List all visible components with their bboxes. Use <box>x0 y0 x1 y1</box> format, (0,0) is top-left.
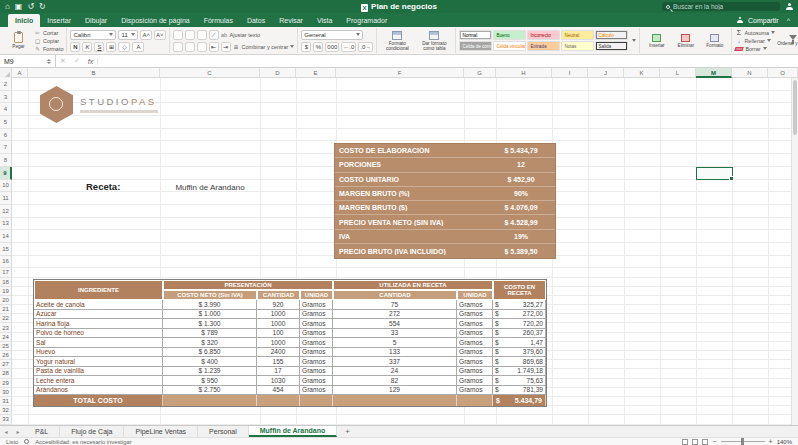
font-color-button[interactable]: A <box>132 42 144 52</box>
ingredient-name-cell[interactable]: Sal <box>34 338 163 348</box>
indent-decrease-button[interactable]: ⇤ <box>209 42 219 52</box>
sheet-nav-right-icon[interactable]: ▸ <box>12 426 24 437</box>
insert-function-icon[interactable]: fx <box>84 58 98 65</box>
wrap-text-button[interactable]: abAjustar texto <box>221 31 261 38</box>
column-header-B[interactable]: B <box>28 68 160 78</box>
unidad-cell[interactable]: Gramos <box>300 357 333 367</box>
decrease-font-button[interactable]: A˅ <box>154 30 166 40</box>
orientation-button[interactable]: ⟋ <box>209 30 219 40</box>
costo-neto-cell[interactable]: $ 6.850 <box>163 348 257 358</box>
column-header-F[interactable]: F <box>336 68 464 78</box>
costo-neto-cell[interactable]: $ 320 <box>163 338 257 348</box>
ingredient-name-cell[interactable]: Leche entera <box>34 376 163 386</box>
align-bottom-button[interactable] <box>197 30 207 40</box>
ribbon-tab-datos[interactable]: Datos <box>240 14 272 27</box>
costo-neto-cell[interactable]: $ 789 <box>163 329 257 339</box>
row-header-16[interactable]: 16 <box>0 256 12 269</box>
cantidad-cell[interactable]: 17 <box>257 367 300 377</box>
cell-style-bueno[interactable]: Bueno <box>493 30 526 40</box>
row-header-3[interactable]: 3 <box>0 91 12 104</box>
row-header-2[interactable]: 2 <box>0 78 12 91</box>
row-header-28[interactable]: 28 <box>0 369 12 378</box>
cell-style-incorrecto[interactable]: Incorrecto <box>527 30 560 40</box>
row-header-23[interactable]: 23 <box>0 323 12 332</box>
row-header-17[interactable]: 17 <box>0 268 12 277</box>
row-header-5[interactable]: 5 <box>0 116 12 129</box>
summary-row-costo-unitario[interactable]: COSTO UNITARIO$ 452,90 <box>335 173 555 187</box>
row-header-11[interactable]: 11 <box>0 192 12 205</box>
unidad-receta-cell[interactable]: Gramos <box>457 310 493 320</box>
share-button[interactable]: Compartir <box>748 17 779 24</box>
sheet-tab-personal[interactable]: Personal <box>198 426 249 437</box>
recipe-name-cell[interactable]: Muffin de Arandano <box>160 183 260 192</box>
ingredient-name-cell[interactable]: Huevo <box>34 348 163 358</box>
costo-receta-cell[interactable]: $325,27 <box>493 300 546 310</box>
summary-row-porciones[interactable]: PORCIONES12 <box>335 158 555 172</box>
indent-increase-button[interactable]: ⇥ <box>221 42 231 52</box>
redo-icon[interactable]: ↻ <box>39 0 46 13</box>
accessibility-status[interactable]: Accesibilidad: es necesario investigar <box>35 439 131 445</box>
unidad-cell[interactable]: Gramos <box>300 300 333 310</box>
page-layout-view-icon[interactable] <box>692 439 698 445</box>
align-center-button[interactable] <box>185 42 195 52</box>
zoom-slider[interactable] <box>721 441 765 442</box>
align-right-button[interactable] <box>197 42 207 52</box>
search-input[interactable] <box>673 3 776 10</box>
thousands-format-button[interactable]: 000 <box>325 42 339 52</box>
summary-row-costo-de-elaboraci-n[interactable]: COSTO DE ELABORACIÓN$ 5.434,79 <box>335 144 555 158</box>
cantidad-cell[interactable]: 920 <box>257 300 300 310</box>
unidad-receta-cell[interactable]: Gramos <box>457 319 493 329</box>
summary-row-iva[interactable]: IVA19% <box>335 230 555 244</box>
clear-button[interactable]: Borrar <box>735 45 775 52</box>
row-header-9[interactable]: 9 <box>0 167 12 180</box>
unidad-receta-cell[interactable]: Gramos <box>457 386 493 396</box>
font-name-select[interactable]: Calibri <box>70 30 116 40</box>
format-cells-button[interactable]: Formato <box>701 28 728 53</box>
costo-receta-cell[interactable]: $781,39 <box>493 386 546 396</box>
unidad-cell[interactable]: Gramos <box>300 319 333 329</box>
column-header-N[interactable]: N <box>732 68 768 78</box>
delete-cells-button[interactable]: Eliminar <box>672 28 699 53</box>
unidad-cell[interactable]: Gramos <box>300 310 333 320</box>
confirm-entry-icon[interactable]: ✓ <box>70 57 84 65</box>
column-header-C[interactable]: C <box>160 68 260 78</box>
zoom-level[interactable]: 140% <box>777 439 792 445</box>
ingredient-name-cell[interactable]: Yogur natural <box>34 357 163 367</box>
cell-style-celda-vinculada[interactable]: Celda vinculada <box>493 41 526 51</box>
ribbon-tab-disposici-n-de-p-gina[interactable]: Disposición de página <box>114 14 197 27</box>
borders-button[interactable]: ⊞ <box>106 42 116 52</box>
bold-button[interactable]: N <box>70 42 80 52</box>
row-header-15[interactable]: 15 <box>0 243 12 256</box>
sheet-grid[interactable]: 2345678910111213141516171819202122232425… <box>0 78 798 425</box>
cantidad-receta-cell[interactable]: 5 <box>333 338 457 348</box>
font-size-select[interactable]: 11 <box>118 30 138 40</box>
recipe-label-cell[interactable]: Receta: <box>86 181 120 192</box>
cut-button[interactable]: ✂Cortar <box>34 29 63 36</box>
cantidad-receta-cell[interactable]: 75 <box>333 300 457 310</box>
column-header-I[interactable]: I <box>552 68 588 78</box>
header-unidad-receta[interactable]: UNIDAD <box>457 290 493 300</box>
increase-font-button[interactable]: A˄ <box>140 30 152 40</box>
page-break-view-icon[interactable] <box>702 439 708 445</box>
search-box[interactable] <box>662 2 780 11</box>
row-header-21[interactable]: 21 <box>0 305 12 314</box>
column-header-K[interactable]: K <box>624 68 660 78</box>
sort-filter-button[interactable]: Ordenar y filtrar <box>777 28 798 53</box>
unidad-cell[interactable]: Gramos <box>300 348 333 358</box>
costo-receta-cell[interactable]: $1,47 <box>493 338 546 348</box>
cantidad-cell[interactable]: 1000 <box>257 310 300 320</box>
summary-row-margen-bruto[interactable]: MARGEN BRUTO ($)$ 4.076,09 <box>335 201 555 215</box>
cantidad-receta-cell[interactable]: 82 <box>333 376 457 386</box>
costo-receta-cell[interactable]: $75,63 <box>493 376 546 386</box>
sheet-tab-flujo-de-caja[interactable]: Flujo de Caja <box>60 426 124 437</box>
row-header-26[interactable]: 26 <box>0 351 12 360</box>
align-top-button[interactable] <box>173 30 183 40</box>
row-header-8[interactable]: 8 <box>0 154 12 167</box>
cell-style-salida[interactable]: Salida <box>595 41 628 51</box>
cell-style-entrada[interactable]: Entrada <box>527 41 560 51</box>
sheet-tab-p-l[interactable]: P&L <box>24 426 60 437</box>
costo-neto-cell[interactable]: $ 950 <box>163 376 257 386</box>
costo-neto-cell[interactable]: $ 3.990 <box>163 300 257 310</box>
cantidad-cell[interactable]: 1000 <box>257 319 300 329</box>
unidad-cell[interactable]: Gramos <box>300 329 333 339</box>
